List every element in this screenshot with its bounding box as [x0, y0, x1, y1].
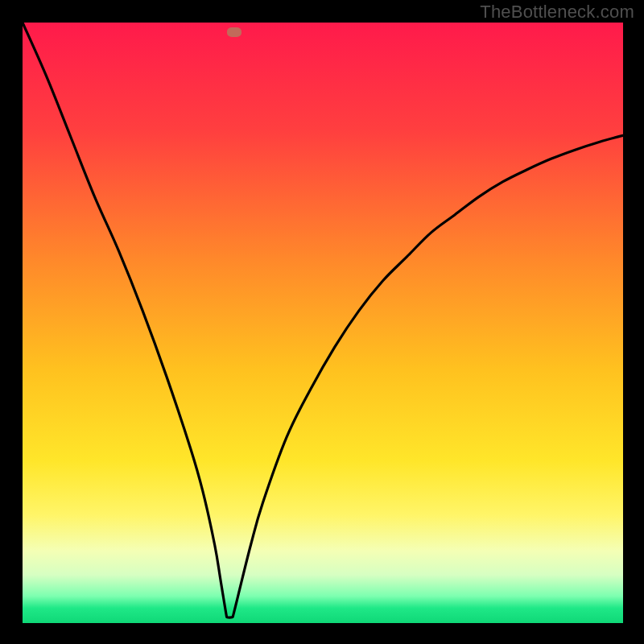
bottleneck-curve	[23, 23, 623, 623]
optimal-point-marker	[227, 27, 242, 37]
watermark-text: TheBottleneck.com	[480, 2, 634, 23]
plot-area	[23, 23, 623, 623]
chart-stage: TheBottleneck.com	[0, 0, 644, 644]
